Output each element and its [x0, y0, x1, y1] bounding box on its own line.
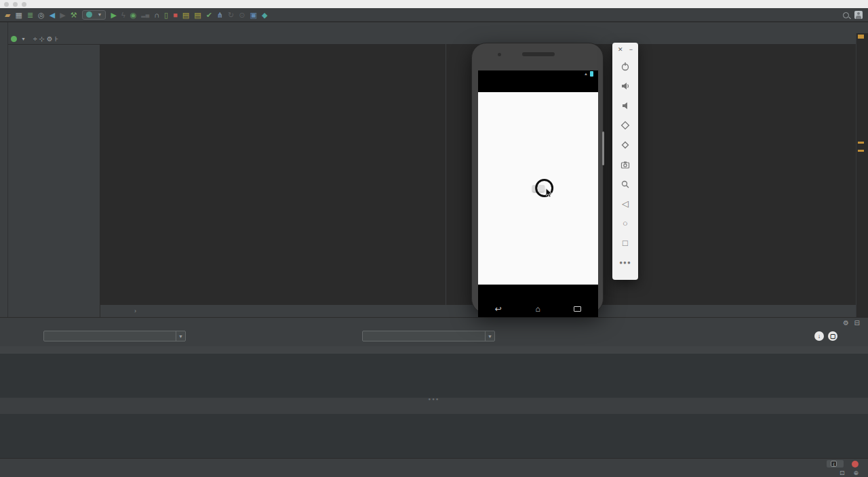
run-configuration-select[interactable]: ▼ — [82, 10, 106, 20]
chevron-down-icon: ▼ — [98, 12, 102, 17]
breadcrumb-separator-icon: › — [134, 308, 136, 314]
rotate-left-icon[interactable] — [612, 115, 638, 135]
error-stripe-mark — [858, 35, 864, 39]
json-response-tree[interactable] — [0, 414, 868, 459]
sync-icon[interactable]: ≣ — [27, 8, 33, 22]
android-nav-bar: ↩ ⌂ — [478, 301, 598, 317]
sdk-manager-icon[interactable]: ◆ — [262, 8, 267, 22]
event-log-badge — [852, 461, 859, 468]
table-header — [0, 346, 868, 354]
avd-manager-icon[interactable]: ▤ — [194, 8, 201, 22]
debug-icon[interactable]: ◉ — [130, 8, 137, 22]
error-stripe-mark — [858, 150, 864, 152]
minimize-window-icon[interactable] — [13, 2, 18, 7]
nav-recents-icon[interactable] — [574, 306, 581, 312]
run-button[interactable]: ▶ — [111, 8, 116, 22]
toolwindow-event-log[interactable] — [852, 461, 861, 468]
home-icon[interactable]: ○ — [612, 213, 638, 233]
gradle-sync-icon[interactable]: ✔ — [206, 8, 212, 22]
build-hammer-icon[interactable]: ⚒ — [71, 8, 77, 22]
undo-icon[interactable]: ↻ — [228, 8, 234, 22]
stop-button[interactable]: ■ — [173, 8, 178, 22]
search-everywhere-icon[interactable] — [843, 12, 849, 18]
close-window-icon[interactable] — [4, 2, 9, 7]
collapse-all-icon[interactable]: ÷ — [33, 35, 37, 43]
hide-panel-icon[interactable]: ⊦ — [55, 35, 58, 43]
rotate-right-icon[interactable] — [612, 135, 638, 154]
emulator-toolbar: ✕ − ◁ ○ □ ●●● — [612, 43, 638, 280]
emulator-minimize-icon[interactable]: − — [629, 46, 633, 53]
nav-home-icon[interactable]: ⌂ — [535, 301, 540, 317]
lock-icon[interactable]: ⊡ — [840, 470, 845, 476]
indicator-icon[interactable]: ⊕ — [853, 470, 859, 476]
toolwindow-bar: { — [0, 458, 868, 469]
gear-icon[interactable]: ⚙ — [47, 35, 53, 43]
attach-debugger-icon[interactable]: ▯ — [164, 8, 168, 22]
requests-table — [0, 346, 868, 398]
more-icon[interactable]: ●●● — [612, 253, 638, 272]
phone-screen[interactable]: ▲ ↩ ⌂ — [478, 70, 598, 317]
profile-icon[interactable]: ▂▄ — [141, 8, 149, 22]
overview-icon[interactable]: □ — [612, 233, 638, 253]
emulator-window[interactable]: ▲ ↩ ⌂ — [471, 43, 604, 314]
phone-power-button — [602, 131, 604, 165]
editor-error-stripe[interactable] — [856, 33, 868, 317]
settings-icon[interactable]: ◎ — [38, 8, 45, 22]
nav-back-icon[interactable]: ↩ — [495, 301, 502, 317]
breadcrumb — [0, 22, 868, 33]
project-structure-icon[interactable]: ⋔ — [217, 8, 223, 22]
forward-icon[interactable]: ▶ — [60, 8, 65, 22]
editor-tabs — [100, 33, 856, 44]
project-tree[interactable] — [8, 45, 100, 317]
project-view-header[interactable]: ▼ ÷ ⊹ ⚙ ⊦ — [8, 33, 100, 44]
mouse-cursor-icon — [546, 188, 553, 198]
resource-manager-icon[interactable]: ▣ — [250, 8, 257, 22]
save-all-icon[interactable]: ▦ — [15, 8, 22, 22]
toolwindow-okhttp-profiler[interactable]: { — [827, 460, 844, 468]
hide-panel-icon[interactable]: ⊟ — [854, 319, 860, 327]
run-config-icon — [86, 12, 92, 18]
emulator-close-icon[interactable]: ✕ — [618, 46, 623, 53]
device-explorer-icon[interactable]: ▤ — [182, 8, 189, 22]
export-button[interactable]: ↓ — [814, 331, 824, 341]
main-toolbar: ▰ ▦ ≣ ◎ ◀ ▶ ⚒ ▼ ▶ ϟ ◉ ▂▄ ∩ ▯ ■ ▤ ▤ ✔ ⋔ ↻… — [0, 8, 868, 22]
right-margin-guide — [446, 44, 446, 305]
chevron-down-icon: ▼ — [176, 331, 185, 341]
clear-button[interactable]: ▢ — [828, 331, 837, 341]
volume-up-icon[interactable] — [612, 76, 638, 96]
device-select[interactable]: ▼ — [43, 331, 186, 341]
zoom-icon[interactable] — [612, 174, 638, 194]
click-indicator — [535, 179, 553, 197]
battery-icon — [590, 71, 593, 77]
open-file-icon[interactable]: ▰ — [5, 8, 10, 22]
profiler-gauge-icon[interactable]: ∩ — [154, 8, 159, 22]
macos-titlebar — [0, 0, 868, 8]
scroll-to-source-icon[interactable]: ⊹ — [39, 35, 44, 43]
okhttp-plugin-icon: { — [831, 461, 837, 467]
power-icon[interactable] — [612, 56, 638, 76]
android-icon — [11, 36, 17, 42]
layout-inspector-icon[interactable]: ⊙ — [239, 8, 245, 22]
app-action-bar — [478, 77, 598, 92]
status-bar: ⊡ ⊕ — [0, 469, 868, 477]
volume-down-icon[interactable] — [612, 96, 638, 115]
okhttp-profiler-panel: ⚙ ⊟ ▼ ▼ ↓ ▢ ●●● — [0, 317, 868, 458]
apply-changes-icon[interactable]: ϟ — [121, 8, 125, 22]
signal-icon: ▲ — [584, 72, 588, 76]
profile-avatar[interactable] — [854, 11, 863, 19]
chevron-down-icon: ▼ — [485, 331, 494, 341]
error-stripe-mark — [858, 142, 864, 144]
splitter-handle[interactable]: ●●● — [0, 398, 868, 402]
phone-speaker — [522, 52, 555, 56]
gear-icon[interactable]: ⚙ — [843, 319, 849, 327]
back-icon[interactable]: ◀ — [50, 8, 55, 22]
android-status-bar: ▲ — [478, 70, 598, 77]
phone-camera — [498, 53, 501, 56]
screenshot-camera-icon[interactable] — [612, 154, 638, 174]
chevron-down-icon: ▼ — [21, 37, 26, 41]
zoom-window-icon[interactable] — [22, 2, 26, 7]
process-select[interactable]: ▼ — [362, 331, 495, 341]
back-icon[interactable]: ◁ — [612, 194, 638, 213]
app-content — [478, 92, 598, 285]
